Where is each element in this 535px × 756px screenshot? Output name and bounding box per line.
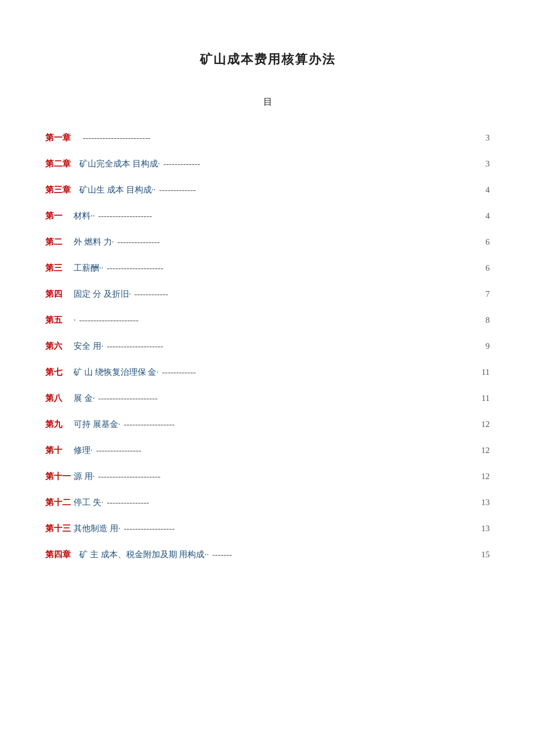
toc-title: 其他制造 用·: [74, 522, 121, 535]
toc-page-number: 4: [478, 209, 490, 223]
toc-chapter-label: 第四章: [45, 548, 79, 561]
toc-header: 目: [45, 96, 490, 108]
toc-dots: -------------: [159, 183, 476, 197]
toc-page-number: 12: [478, 443, 490, 457]
toc-dots: ------------------------: [83, 131, 476, 144]
toc-item: 第四章矿 主 成本、税金附加及期 用构成··-------15: [45, 548, 490, 561]
toc-chapter-label: 第十三: [45, 522, 74, 535]
toc-item: 第二外 燃料 力·---------------6: [45, 235, 490, 249]
toc-title: 工薪酬··: [74, 261, 104, 275]
toc-page-number: 11: [478, 391, 490, 405]
toc-dots: ---------------: [107, 496, 477, 509]
toc-page-number: 4: [478, 183, 490, 197]
toc-title: 材料··: [74, 209, 95, 223]
toc-chapter-label: 第十一: [45, 469, 74, 483]
toc-page-number: 8: [478, 313, 490, 327]
toc-chapter-label: 第五: [45, 313, 74, 327]
main-title: 矿山成本费用核算办法: [45, 51, 490, 68]
toc-dots: ---------------------: [79, 313, 476, 327]
toc-title: 矿山生 成本 目构成··: [79, 183, 156, 197]
toc-title: 停工 失·: [74, 496, 104, 509]
toc-title: 安全 用·: [74, 339, 104, 353]
toc-chapter-label: 第七: [45, 365, 74, 379]
toc-chapter-label: 第三章: [45, 183, 79, 197]
toc-page-number: 9: [478, 339, 490, 353]
toc-page-number: 12: [478, 417, 490, 431]
toc-title: 展 金·: [74, 391, 95, 405]
toc-chapter-label: 第二: [45, 235, 74, 249]
document-page: 矿山成本费用核算办法 目 第一章------------------------…: [0, 0, 535, 756]
toc-item: 第一章------------------------3: [45, 131, 490, 144]
toc-dots: -------------: [164, 157, 477, 170]
toc-chapter-label: 第一: [45, 209, 74, 223]
toc-dots: ----------------: [96, 443, 476, 457]
toc-title: 修理·: [74, 443, 93, 457]
toc-chapter-label: 第九: [45, 417, 74, 431]
toc-chapter-label: 第二章: [45, 157, 79, 170]
toc-title: 矿 山 绕恢复治理保 金·: [74, 365, 159, 379]
toc-dots: ---------------------: [99, 391, 477, 405]
toc-chapter-label: 第十二: [45, 496, 74, 509]
toc-chapter-label: 第十: [45, 443, 74, 457]
toc-dots: --------------------: [107, 339, 477, 353]
toc-dots: --------------------: [107, 261, 477, 275]
toc-page-number: 6: [478, 235, 490, 249]
toc-page-number: 3: [478, 157, 490, 170]
toc-item: 第十二停工 失·---------------13: [45, 496, 490, 509]
toc-dots: ---------------: [117, 235, 476, 249]
toc-item: 第四固定 分 及折旧·------------7: [45, 287, 490, 301]
toc-title: 固定 分 及折旧·: [74, 287, 131, 301]
toc-item: 第七矿 山 绕恢复治理保 金·------------11: [45, 365, 490, 379]
toc-chapter-label: 第六: [45, 339, 74, 353]
toc-dots: -------------------: [99, 209, 477, 223]
toc-item: 第八展 金·---------------------11: [45, 391, 490, 405]
toc-item: 第三工薪酬··--------------------6: [45, 261, 490, 275]
toc-page-number: 11: [478, 365, 490, 379]
toc-dots: ------------: [134, 287, 476, 301]
toc-page-number: 3: [478, 131, 490, 144]
toc-item: 第六安全 用·--------------------9: [45, 339, 490, 353]
toc-item: 第二章矿山完全成本 目构成·-------------3: [45, 157, 490, 170]
toc-page-number: 15: [478, 548, 490, 561]
toc-page-number: 13: [478, 496, 490, 509]
toc-item: 第十一源 用·----------------------12: [45, 469, 490, 483]
toc-item: 第三章矿山生 成本 目构成··-------------4: [45, 183, 490, 197]
toc-item: 第一材料··-------------------4: [45, 209, 490, 223]
toc-dots: ------------: [162, 365, 476, 379]
toc-chapter-label: 第八: [45, 391, 74, 405]
toc-page-number: 12: [478, 469, 490, 483]
toc-title: 可持 展基金·: [74, 417, 121, 431]
toc-dots: -------: [212, 548, 476, 561]
toc-list: 第一章------------------------3第二章矿山完全成本 目构…: [45, 131, 490, 561]
toc-page-number: 13: [478, 522, 490, 535]
toc-chapter-label: 第三: [45, 261, 74, 275]
toc-title: ·: [74, 313, 76, 327]
toc-title: 矿山完全成本 目构成·: [79, 157, 160, 170]
toc-chapter-label: 第一章: [45, 131, 79, 144]
toc-page-number: 6: [478, 261, 490, 275]
toc-title: 外 燃料 力·: [74, 235, 114, 249]
toc-dots: ----------------------: [99, 469, 477, 483]
toc-title: 源 用·: [74, 469, 95, 483]
toc-item: 第九可持 展基金·------------------12: [45, 417, 490, 431]
toc-dots: ------------------: [124, 417, 477, 431]
toc-item: 第五·---------------------8: [45, 313, 490, 327]
toc-item: 第十三其他制造 用·------------------13: [45, 522, 490, 535]
toc-page-number: 7: [478, 287, 490, 301]
toc-dots: ------------------: [124, 522, 477, 535]
toc-item: 第十修理·----------------12: [45, 443, 490, 457]
toc-title: 矿 主 成本、税金附加及期 用构成··: [79, 548, 209, 561]
toc-chapter-label: 第四: [45, 287, 74, 301]
